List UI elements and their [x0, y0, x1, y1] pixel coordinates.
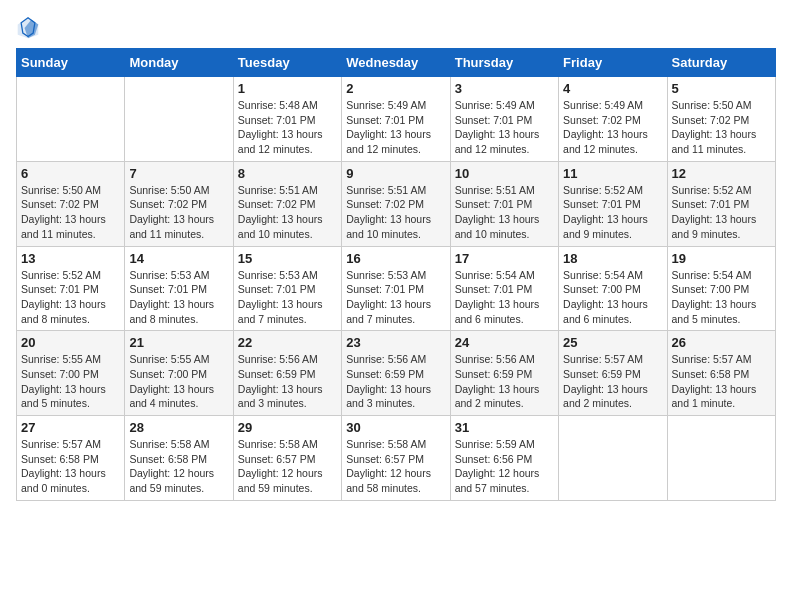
calendar-cell: 1Sunrise: 5:48 AM Sunset: 7:01 PM Daylig…	[233, 77, 341, 162]
day-number: 31	[455, 420, 554, 435]
day-number: 18	[563, 251, 662, 266]
calendar-cell: 20Sunrise: 5:55 AM Sunset: 7:00 PM Dayli…	[17, 331, 125, 416]
day-info: Sunrise: 5:49 AM Sunset: 7:01 PM Dayligh…	[346, 98, 445, 157]
day-info: Sunrise: 5:50 AM Sunset: 7:02 PM Dayligh…	[21, 183, 120, 242]
calendar-cell: 12Sunrise: 5:52 AM Sunset: 7:01 PM Dayli…	[667, 161, 775, 246]
calendar-cell: 15Sunrise: 5:53 AM Sunset: 7:01 PM Dayli…	[233, 246, 341, 331]
day-number: 17	[455, 251, 554, 266]
day-info: Sunrise: 5:57 AM Sunset: 6:59 PM Dayligh…	[563, 352, 662, 411]
day-number: 28	[129, 420, 228, 435]
calendar-week: 13Sunrise: 5:52 AM Sunset: 7:01 PM Dayli…	[17, 246, 776, 331]
day-info: Sunrise: 5:59 AM Sunset: 6:56 PM Dayligh…	[455, 437, 554, 496]
day-info: Sunrise: 5:53 AM Sunset: 7:01 PM Dayligh…	[129, 268, 228, 327]
day-info: Sunrise: 5:57 AM Sunset: 6:58 PM Dayligh…	[21, 437, 120, 496]
day-info: Sunrise: 5:53 AM Sunset: 7:01 PM Dayligh…	[346, 268, 445, 327]
calendar-cell: 26Sunrise: 5:57 AM Sunset: 6:58 PM Dayli…	[667, 331, 775, 416]
calendar-cell: 2Sunrise: 5:49 AM Sunset: 7:01 PM Daylig…	[342, 77, 450, 162]
calendar-cell: 21Sunrise: 5:55 AM Sunset: 7:00 PM Dayli…	[125, 331, 233, 416]
day-number: 20	[21, 335, 120, 350]
header-day: Friday	[559, 49, 667, 77]
day-number: 29	[238, 420, 337, 435]
calendar-week: 6Sunrise: 5:50 AM Sunset: 7:02 PM Daylig…	[17, 161, 776, 246]
calendar-cell: 9Sunrise: 5:51 AM Sunset: 7:02 PM Daylig…	[342, 161, 450, 246]
day-info: Sunrise: 5:51 AM Sunset: 7:01 PM Dayligh…	[455, 183, 554, 242]
logo-icon	[16, 16, 40, 40]
day-number: 24	[455, 335, 554, 350]
calendar-body: 1Sunrise: 5:48 AM Sunset: 7:01 PM Daylig…	[17, 77, 776, 501]
calendar-cell: 29Sunrise: 5:58 AM Sunset: 6:57 PM Dayli…	[233, 416, 341, 501]
header-day: Sunday	[17, 49, 125, 77]
day-info: Sunrise: 5:58 AM Sunset: 6:57 PM Dayligh…	[346, 437, 445, 496]
calendar-cell: 4Sunrise: 5:49 AM Sunset: 7:02 PM Daylig…	[559, 77, 667, 162]
day-number: 23	[346, 335, 445, 350]
day-number: 13	[21, 251, 120, 266]
day-info: Sunrise: 5:49 AM Sunset: 7:02 PM Dayligh…	[563, 98, 662, 157]
calendar-cell: 6Sunrise: 5:50 AM Sunset: 7:02 PM Daylig…	[17, 161, 125, 246]
header-day: Saturday	[667, 49, 775, 77]
calendar-cell: 14Sunrise: 5:53 AM Sunset: 7:01 PM Dayli…	[125, 246, 233, 331]
day-info: Sunrise: 5:48 AM Sunset: 7:01 PM Dayligh…	[238, 98, 337, 157]
calendar-cell: 24Sunrise: 5:56 AM Sunset: 6:59 PM Dayli…	[450, 331, 558, 416]
calendar-cell	[667, 416, 775, 501]
calendar-cell: 3Sunrise: 5:49 AM Sunset: 7:01 PM Daylig…	[450, 77, 558, 162]
calendar-cell: 23Sunrise: 5:56 AM Sunset: 6:59 PM Dayli…	[342, 331, 450, 416]
day-info: Sunrise: 5:58 AM Sunset: 6:58 PM Dayligh…	[129, 437, 228, 496]
calendar-cell: 18Sunrise: 5:54 AM Sunset: 7:00 PM Dayli…	[559, 246, 667, 331]
calendar-cell: 11Sunrise: 5:52 AM Sunset: 7:01 PM Dayli…	[559, 161, 667, 246]
calendar-cell: 28Sunrise: 5:58 AM Sunset: 6:58 PM Dayli…	[125, 416, 233, 501]
day-number: 6	[21, 166, 120, 181]
day-number: 19	[672, 251, 771, 266]
day-number: 15	[238, 251, 337, 266]
calendar-cell: 17Sunrise: 5:54 AM Sunset: 7:01 PM Dayli…	[450, 246, 558, 331]
day-number: 9	[346, 166, 445, 181]
day-info: Sunrise: 5:54 AM Sunset: 7:01 PM Dayligh…	[455, 268, 554, 327]
calendar-cell: 31Sunrise: 5:59 AM Sunset: 6:56 PM Dayli…	[450, 416, 558, 501]
day-info: Sunrise: 5:50 AM Sunset: 7:02 PM Dayligh…	[129, 183, 228, 242]
calendar-cell: 25Sunrise: 5:57 AM Sunset: 6:59 PM Dayli…	[559, 331, 667, 416]
header-day: Tuesday	[233, 49, 341, 77]
day-number: 7	[129, 166, 228, 181]
calendar-cell: 10Sunrise: 5:51 AM Sunset: 7:01 PM Dayli…	[450, 161, 558, 246]
day-number: 25	[563, 335, 662, 350]
day-number: 12	[672, 166, 771, 181]
day-info: Sunrise: 5:56 AM Sunset: 6:59 PM Dayligh…	[238, 352, 337, 411]
logo	[16, 16, 44, 40]
header-day: Wednesday	[342, 49, 450, 77]
calendar-cell	[559, 416, 667, 501]
page-header	[16, 16, 776, 40]
day-info: Sunrise: 5:55 AM Sunset: 7:00 PM Dayligh…	[21, 352, 120, 411]
calendar-week: 27Sunrise: 5:57 AM Sunset: 6:58 PM Dayli…	[17, 416, 776, 501]
day-info: Sunrise: 5:58 AM Sunset: 6:57 PM Dayligh…	[238, 437, 337, 496]
header-day: Thursday	[450, 49, 558, 77]
day-info: Sunrise: 5:54 AM Sunset: 7:00 PM Dayligh…	[672, 268, 771, 327]
day-number: 16	[346, 251, 445, 266]
day-number: 21	[129, 335, 228, 350]
day-number: 8	[238, 166, 337, 181]
day-info: Sunrise: 5:51 AM Sunset: 7:02 PM Dayligh…	[346, 183, 445, 242]
calendar-table: SundayMondayTuesdayWednesdayThursdayFrid…	[16, 48, 776, 501]
day-number: 11	[563, 166, 662, 181]
calendar-cell: 27Sunrise: 5:57 AM Sunset: 6:58 PM Dayli…	[17, 416, 125, 501]
calendar-cell: 13Sunrise: 5:52 AM Sunset: 7:01 PM Dayli…	[17, 246, 125, 331]
day-info: Sunrise: 5:50 AM Sunset: 7:02 PM Dayligh…	[672, 98, 771, 157]
day-number: 1	[238, 81, 337, 96]
day-info: Sunrise: 5:52 AM Sunset: 7:01 PM Dayligh…	[672, 183, 771, 242]
calendar-header: SundayMondayTuesdayWednesdayThursdayFrid…	[17, 49, 776, 77]
calendar-cell: 30Sunrise: 5:58 AM Sunset: 6:57 PM Dayli…	[342, 416, 450, 501]
day-info: Sunrise: 5:56 AM Sunset: 6:59 PM Dayligh…	[455, 352, 554, 411]
day-info: Sunrise: 5:56 AM Sunset: 6:59 PM Dayligh…	[346, 352, 445, 411]
day-number: 5	[672, 81, 771, 96]
calendar-cell: 16Sunrise: 5:53 AM Sunset: 7:01 PM Dayli…	[342, 246, 450, 331]
day-number: 3	[455, 81, 554, 96]
day-number: 30	[346, 420, 445, 435]
calendar-cell	[17, 77, 125, 162]
day-info: Sunrise: 5:52 AM Sunset: 7:01 PM Dayligh…	[21, 268, 120, 327]
day-info: Sunrise: 5:55 AM Sunset: 7:00 PM Dayligh…	[129, 352, 228, 411]
day-number: 27	[21, 420, 120, 435]
day-info: Sunrise: 5:51 AM Sunset: 7:02 PM Dayligh…	[238, 183, 337, 242]
day-info: Sunrise: 5:49 AM Sunset: 7:01 PM Dayligh…	[455, 98, 554, 157]
calendar-cell: 7Sunrise: 5:50 AM Sunset: 7:02 PM Daylig…	[125, 161, 233, 246]
calendar-cell	[125, 77, 233, 162]
day-info: Sunrise: 5:52 AM Sunset: 7:01 PM Dayligh…	[563, 183, 662, 242]
calendar-cell: 8Sunrise: 5:51 AM Sunset: 7:02 PM Daylig…	[233, 161, 341, 246]
